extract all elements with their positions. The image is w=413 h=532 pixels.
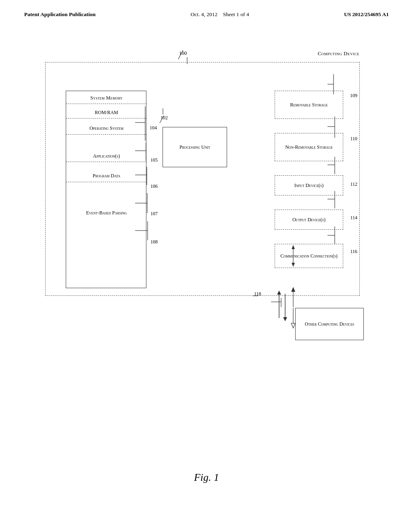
ref-102: 102 xyxy=(161,115,168,121)
rom-ram-label: ROM/RAM xyxy=(66,108,147,118)
non-removable-storage-label: Non-Removable Storage xyxy=(285,144,333,151)
ref-105: 105 xyxy=(150,157,158,163)
comm-connection-box: Communication Connection(s) xyxy=(275,244,343,268)
ref-110: 110 xyxy=(350,136,357,142)
header-right: US 2012/254695 A1 xyxy=(344,11,389,18)
svg-marker-25 xyxy=(291,323,295,328)
svg-marker-34 xyxy=(277,291,281,295)
ref-118: 118 xyxy=(254,291,261,297)
diagram-area: 100 Computing Device System Memory ROM/R… xyxy=(33,42,380,348)
page-header: Patent Application Publication Oct. 4, 2… xyxy=(0,0,413,18)
ref-108: 108 xyxy=(150,239,158,245)
processing-unit-label: Processing Unit xyxy=(179,144,210,151)
ref-114: 114 xyxy=(350,215,357,221)
output-device-label: Output Device(s) xyxy=(292,216,325,223)
other-computing-label: Other Computing Devices xyxy=(305,321,354,328)
input-device-box: Input Device(s) xyxy=(275,175,343,195)
computing-device-label: Computing Device xyxy=(318,50,359,57)
removable-storage-label: Removable Storage xyxy=(290,102,327,108)
output-device-box: Output Device(s) xyxy=(275,210,343,230)
ref-104: 104 xyxy=(150,125,157,131)
ref-109: 109 xyxy=(350,93,357,99)
event-parsing-label: Event-Based Parsing xyxy=(66,208,147,216)
system-memory-label: System Memory xyxy=(66,95,147,104)
ref-116: 116 xyxy=(350,249,357,255)
ref-106: 106 xyxy=(150,183,158,189)
svg-line-32 xyxy=(160,116,164,123)
ref-100: 100 xyxy=(179,50,187,56)
comm-connection-label: Communication Connection(s) xyxy=(280,253,338,260)
input-device-label: Input Device(s) xyxy=(294,182,324,189)
svg-marker-36 xyxy=(283,317,287,321)
program-data-label: Program Data xyxy=(66,171,147,182)
header-center: Oct. 4, 2012 Sheet 1 of 4 xyxy=(190,11,249,18)
removable-storage-box: Removable Storage xyxy=(275,91,343,119)
figure-caption: Fig. 1 xyxy=(194,472,219,484)
header-left: Patent Application Publication xyxy=(24,11,96,18)
header-date: Oct. 4, 2012 xyxy=(190,11,217,17)
header-sheet: Sheet 1 of 4 xyxy=(223,11,249,17)
computing-device-box: Computing Device System Memory ROM/RAM O… xyxy=(45,62,360,296)
non-removable-storage-box: Non-Removable Storage xyxy=(275,133,343,161)
processing-unit-box: Processing Unit xyxy=(163,127,227,167)
system-memory-box: System Memory ROM/RAM Operating System A… xyxy=(66,91,146,288)
svg-line-31 xyxy=(178,50,183,59)
other-computing-box: Other Computing Devices xyxy=(295,308,364,340)
ref-112: 112 xyxy=(350,181,357,187)
os-label: Operating System xyxy=(66,123,147,135)
ref-107: 107 xyxy=(150,211,158,217)
applications-label: Application(s) xyxy=(66,152,147,162)
